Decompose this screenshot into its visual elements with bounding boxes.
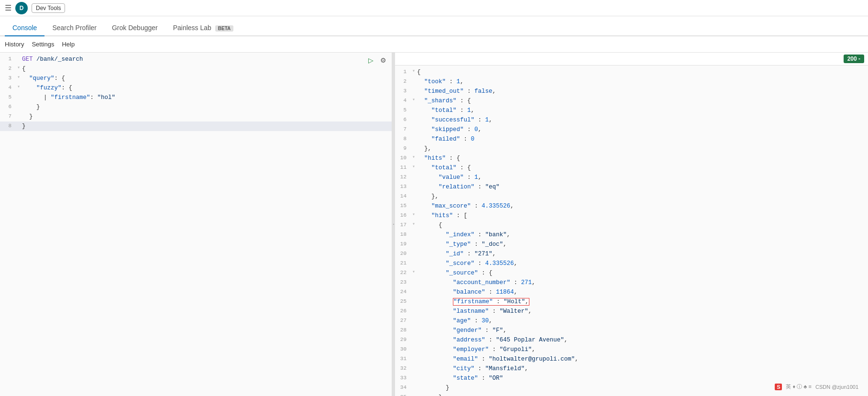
editor-line-5: 5 | "firstname": "hol" xyxy=(0,93,392,102)
watermark: S 英 ♦ ⓘ ♣ ≡ CSDN @zjun1001 xyxy=(775,383,858,390)
nav-history[interactable]: History xyxy=(5,41,24,48)
response-line-23: 23 "account_number" : 271, xyxy=(395,278,868,287)
resp-line-number-32: 32 xyxy=(395,364,410,373)
resp-line-content-14: }, xyxy=(417,192,868,201)
run-icon[interactable]: ▷ xyxy=(366,55,375,65)
resp-line-number-17: 17 xyxy=(395,220,410,230)
response-line-24: 24 "balance" : 11864, xyxy=(395,287,868,297)
resp-line-gutter-4[interactable]: ▾ xyxy=(410,96,417,104)
line-content-4: "fuzzy": { xyxy=(22,83,392,93)
resp-line-number-21: 21 xyxy=(395,259,410,268)
resp-line-number-26: 26 xyxy=(395,307,410,316)
editor-line-6: 6 } xyxy=(0,102,392,112)
resp-line-number-15: 15 xyxy=(395,201,410,210)
resp-line-number-20: 20 xyxy=(395,249,410,258)
resp-line-content-15: "max_score" : 4.335526, xyxy=(417,201,868,211)
resp-line-content-6: "successful" : 1, xyxy=(417,115,868,125)
resp-line-number-24: 24 xyxy=(395,287,410,297)
response-line-15: 15 "max_score" : 4.335526, xyxy=(395,201,868,211)
tab-console[interactable]: Console xyxy=(5,20,44,36)
resp-line-number-33: 33 xyxy=(395,374,410,383)
code-editor[interactable]: 1GET /bank/_search2▾{3▾ "query": {4▾ "fu… xyxy=(0,53,392,396)
resp-line-number-7: 7 xyxy=(395,125,410,134)
tab-grok-debugger[interactable]: Grok Debugger xyxy=(104,20,165,36)
resp-line-number-10: 10 xyxy=(395,154,410,163)
line-content-5: | "firstname": "hol" xyxy=(22,93,392,102)
editor-line-3: 3▾ "query": { xyxy=(0,74,392,83)
response-panel: 200 - 1▾{2 "took" : 1,3 "timed_out" : fa… xyxy=(395,53,868,396)
line-number-8: 8 xyxy=(0,121,15,131)
beta-badge: BETA xyxy=(215,25,233,32)
avatar: D xyxy=(15,2,28,14)
response-line-26: 26 "lastname" : "Walter", xyxy=(395,307,868,316)
resp-line-number-8: 8 xyxy=(395,134,410,143)
response-line-4: 4▾ "_shards" : { xyxy=(395,96,868,106)
line-number-2: 2 xyxy=(0,64,15,73)
main-content: ▷ ⚙ 1GET /bank/_search2▾{3▾ "query": {4▾… xyxy=(0,53,868,396)
resp-line-content-8: "failed" : 0 xyxy=(417,134,868,144)
response-line-12: 12 "value" : 1, xyxy=(395,173,868,182)
resp-line-gutter-11[interactable]: ▾ xyxy=(410,163,417,171)
nav-help[interactable]: Help xyxy=(62,41,75,48)
line-gutter-4[interactable]: ▾ xyxy=(15,83,22,91)
response-line-35: 35 } xyxy=(395,393,868,396)
resp-line-gutter-22[interactable]: ▾ xyxy=(410,268,417,276)
line-content-7: } xyxy=(22,112,392,121)
line-gutter-3[interactable]: ▾ xyxy=(15,74,22,81)
resp-line-content-28: "gender" : "F", xyxy=(417,326,868,335)
line-number-1: 1 xyxy=(0,55,15,64)
response-line-1: 1▾{ xyxy=(395,67,868,77)
resp-line-gutter-1[interactable]: ▾ xyxy=(410,67,417,75)
resp-line-content-22: "_source" : { xyxy=(417,268,868,278)
status-badge: 200 - xyxy=(844,55,864,63)
resp-line-content-30: "employer" : "Grupoli", xyxy=(417,345,868,354)
resp-line-number-18: 18 xyxy=(395,230,410,239)
response-body[interactable]: 1▾{2 "took" : 1,3 "timed_out" : false,4▾… xyxy=(395,66,868,396)
resp-line-content-2: "took" : 1, xyxy=(417,77,868,87)
resp-line-number-12: 12 xyxy=(395,173,410,182)
resp-line-number-5: 5 xyxy=(395,106,410,115)
editor-line-7: 7 } xyxy=(0,112,392,121)
resp-line-number-25: 25 xyxy=(395,297,410,306)
resp-line-content-29: "address" : "645 Poplar Avenue", xyxy=(417,335,868,345)
resp-line-number-14: 14 xyxy=(395,192,410,201)
resp-line-gutter-10[interactable]: ▾ xyxy=(410,154,417,161)
resp-line-content-16: "hits" : [ xyxy=(417,211,868,220)
editor-line-2: 2▾{ xyxy=(0,64,392,74)
response-line-27: 27 "age" : 30, xyxy=(395,316,868,326)
resp-line-gutter-16[interactable]: ▾ xyxy=(410,211,417,219)
resp-line-content-12: "value" : 1, xyxy=(417,173,868,182)
resp-line-number-19: 19 xyxy=(395,240,410,249)
resp-line-content-33: "state" : "OR" xyxy=(417,374,868,383)
top-bar: ☰ D Dev Tools xyxy=(0,0,868,16)
response-line-10: 10▾ "hits" : { xyxy=(395,154,868,163)
response-line-22: 22▾ "_source" : { xyxy=(395,268,868,278)
settings-icon[interactable]: ⚙ xyxy=(378,55,388,65)
resp-line-content-11: "total" : { xyxy=(417,163,868,173)
editor-line-4: 4▾ "fuzzy": { xyxy=(0,83,392,93)
response-line-9: 9 }, xyxy=(395,144,868,154)
tab-search-profiler[interactable]: Search Profiler xyxy=(44,20,104,36)
resp-line-number-16: 16 xyxy=(395,211,410,220)
hamburger-icon[interactable]: ☰ xyxy=(5,3,11,12)
resp-line-number-9: 9 xyxy=(395,144,410,153)
line-gutter-2[interactable]: ▾ xyxy=(15,64,22,72)
nav-settings[interactable]: Settings xyxy=(32,41,54,48)
response-line-7: 7 "skipped" : 0, xyxy=(395,125,868,134)
resp-line-number-30: 30 xyxy=(395,345,410,354)
resp-line-content-17: { xyxy=(417,220,868,230)
editor-panel: ▷ ⚙ 1GET /bank/_search2▾{3▾ "query": {4▾… xyxy=(0,53,392,396)
response-line-8: 8 "failed" : 0 xyxy=(395,134,868,144)
resp-line-content-1: { xyxy=(417,67,868,77)
response-line-5: 5 "total" : 1, xyxy=(395,106,868,115)
line-content-3: "query": { xyxy=(22,74,392,83)
resp-line-number-28: 28 xyxy=(395,326,410,335)
tab-painless-lab[interactable]: Painless Lab BETA xyxy=(165,20,242,36)
resp-line-number-34: 34 xyxy=(395,383,410,392)
line-number-5: 5 xyxy=(0,93,15,102)
watermark-icons: 英 ♦ ⓘ ♣ ≡ xyxy=(786,383,811,390)
line-content-8: } xyxy=(22,121,392,131)
editor-line-8: 8 } xyxy=(0,121,392,131)
resp-line-gutter-17[interactable]: ▾ xyxy=(410,220,417,228)
resp-line-number-29: 29 xyxy=(395,335,410,344)
